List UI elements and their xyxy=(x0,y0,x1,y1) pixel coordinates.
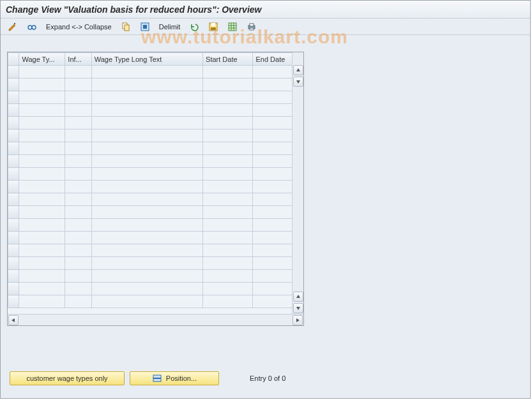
col-wage-type[interactable]: Wage Ty... xyxy=(19,53,65,66)
table-row[interactable] xyxy=(8,168,303,181)
cell-wage-type[interactable] xyxy=(19,206,65,219)
cell-inf[interactable] xyxy=(65,142,91,155)
delimit-button[interactable]: Delimit xyxy=(156,20,184,33)
toggle-display-change-button[interactable] xyxy=(4,20,21,33)
cell-wage-type[interactable] xyxy=(19,66,65,78)
table-row[interactable] xyxy=(8,193,303,206)
cell-wage-type[interactable] xyxy=(19,155,65,168)
cell-wage-type[interactable] xyxy=(19,283,65,295)
other-view-button[interactable] xyxy=(24,20,40,33)
table-row[interactable] xyxy=(8,295,303,308)
cell-long-text[interactable] xyxy=(91,181,202,193)
scroll-up-button[interactable] xyxy=(293,65,303,75)
table-row[interactable] xyxy=(8,181,303,193)
cell-long-text[interactable] xyxy=(91,270,202,283)
scroll-down-step-button[interactable] xyxy=(293,77,303,87)
print-button[interactable] xyxy=(243,20,260,33)
cell-long-text[interactable] xyxy=(91,295,202,308)
row-selector[interactable] xyxy=(8,257,19,270)
cell-start-date[interactable] xyxy=(203,168,253,181)
select-block-button[interactable] xyxy=(224,20,241,33)
cell-long-text[interactable] xyxy=(91,244,202,257)
cell-start-date[interactable] xyxy=(203,117,253,130)
row-selector[interactable] xyxy=(8,155,19,168)
cell-long-text[interactable] xyxy=(91,232,202,244)
cell-inf[interactable] xyxy=(65,257,91,270)
cell-long-text[interactable] xyxy=(91,117,202,130)
col-inf[interactable]: Inf... xyxy=(65,53,91,66)
cell-start-date[interactable] xyxy=(203,232,253,244)
table-row[interactable] xyxy=(8,270,303,283)
cell-inf[interactable] xyxy=(65,295,91,308)
row-selector[interactable] xyxy=(8,117,19,130)
row-selector[interactable] xyxy=(8,270,19,283)
cell-inf[interactable] xyxy=(65,78,91,91)
table-row[interactable] xyxy=(8,130,303,142)
row-selector-header[interactable] xyxy=(8,53,19,66)
cell-wage-type[interactable] xyxy=(19,244,65,257)
vertical-scrollbar[interactable] xyxy=(292,52,303,314)
table-row[interactable] xyxy=(8,283,303,295)
cell-long-text[interactable] xyxy=(91,193,202,206)
cell-inf[interactable] xyxy=(65,181,91,193)
cell-wage-type[interactable] xyxy=(19,270,65,283)
cell-long-text[interactable] xyxy=(91,66,202,78)
select-all-button[interactable] xyxy=(137,20,153,33)
cell-inf[interactable] xyxy=(65,168,91,181)
table-row[interactable] xyxy=(8,78,303,91)
table-row[interactable] xyxy=(8,232,303,244)
cell-wage-type[interactable] xyxy=(19,78,65,91)
cell-start-date[interactable] xyxy=(203,295,253,308)
table-row[interactable] xyxy=(8,257,303,270)
cell-start-date[interactable] xyxy=(203,244,253,257)
table-row[interactable] xyxy=(8,104,303,117)
row-selector[interactable] xyxy=(8,244,19,257)
cell-inf[interactable] xyxy=(65,104,91,117)
cell-inf[interactable] xyxy=(65,193,91,206)
cell-inf[interactable] xyxy=(65,117,91,130)
row-selector[interactable] xyxy=(8,232,19,244)
cell-inf[interactable] xyxy=(65,283,91,295)
cell-long-text[interactable] xyxy=(91,104,202,117)
cell-wage-type[interactable] xyxy=(19,130,65,142)
cell-wage-type[interactable] xyxy=(19,142,65,155)
cell-long-text[interactable] xyxy=(91,283,202,295)
cell-long-text[interactable] xyxy=(91,91,202,104)
cell-wage-type[interactable] xyxy=(19,257,65,270)
cell-wage-type[interactable] xyxy=(19,219,65,232)
table-row[interactable] xyxy=(8,244,303,257)
cell-wage-type[interactable] xyxy=(19,193,65,206)
cell-long-text[interactable] xyxy=(91,219,202,232)
expand-collapse-button[interactable]: Expand <-> Collapse xyxy=(43,20,115,33)
cell-long-text[interactable] xyxy=(91,168,202,181)
position-button[interactable]: Position... xyxy=(130,371,219,385)
cell-start-date[interactable] xyxy=(203,193,253,206)
scroll-left-button[interactable] xyxy=(8,315,19,325)
row-selector[interactable] xyxy=(8,66,19,78)
row-selector[interactable] xyxy=(8,104,19,117)
row-selector[interactable] xyxy=(8,142,19,155)
cell-start-date[interactable] xyxy=(203,283,253,295)
copy-button[interactable] xyxy=(118,20,134,33)
cell-inf[interactable] xyxy=(65,244,91,257)
table-row[interactable] xyxy=(8,117,303,130)
row-selector[interactable] xyxy=(8,193,19,206)
scroll-down-button[interactable] xyxy=(293,303,303,313)
cell-inf[interactable] xyxy=(65,232,91,244)
cell-inf[interactable] xyxy=(65,206,91,219)
cell-long-text[interactable] xyxy=(91,130,202,142)
table-row[interactable] xyxy=(8,206,303,219)
cell-inf[interactable] xyxy=(65,155,91,168)
cell-start-date[interactable] xyxy=(203,78,253,91)
table-row[interactable] xyxy=(8,91,303,104)
cell-wage-type[interactable] xyxy=(19,91,65,104)
col-wage-type-long-text[interactable]: Wage Type Long Text xyxy=(91,53,202,66)
scroll-up-step-button[interactable] xyxy=(293,292,303,302)
undo-button[interactable] xyxy=(186,20,202,33)
cell-long-text[interactable] xyxy=(91,142,202,155)
cell-wage-type[interactable] xyxy=(19,295,65,308)
col-start-date[interactable]: Start Date xyxy=(203,53,253,66)
cell-start-date[interactable] xyxy=(203,206,253,219)
row-selector[interactable] xyxy=(8,206,19,219)
cell-start-date[interactable] xyxy=(203,66,253,78)
